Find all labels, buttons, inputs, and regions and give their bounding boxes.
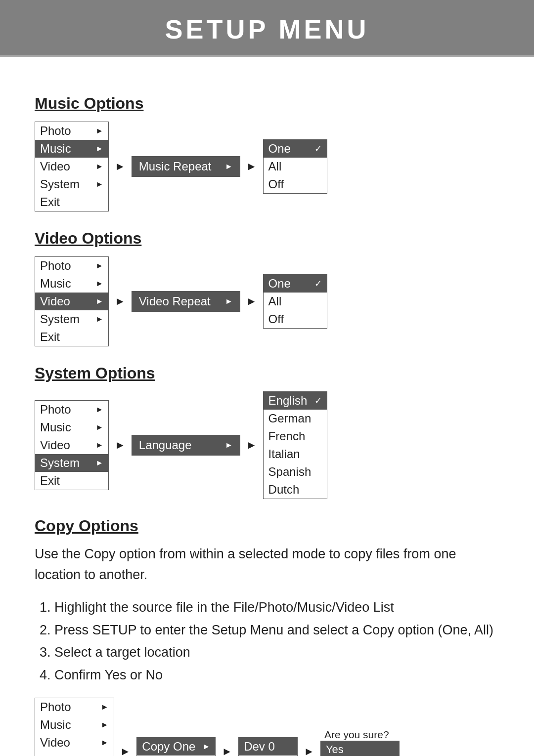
system-menu-photo[interactable]: Photo► (35, 401, 108, 419)
music-options-diagram: Photo► Music► Video► System► Exit ► Musi… (35, 122, 499, 211)
arrow-3: ► (115, 295, 126, 308)
video-menu-photo[interactable]: Photo► (35, 257, 108, 275)
video-submenu: Video Repeat ► (132, 291, 240, 312)
video-options-box: One✓ All Off (263, 274, 327, 329)
arrow-8: ► (222, 745, 232, 756)
system-menu-system[interactable]: System► (35, 454, 108, 472)
music-menu-exit[interactable]: Exit (35, 193, 108, 211)
dev0-item[interactable]: Dev 0 (239, 738, 297, 756)
video-options-diagram: Photo► Music► Video► System► Exit ► Vide… (35, 256, 499, 346)
video-options-heading: Video Options (35, 229, 499, 248)
music-repeat-item[interactable]: Music Repeat ► (132, 157, 240, 176)
video-repeat-item[interactable]: Video Repeat ► (132, 292, 240, 311)
video-menu-music[interactable]: Music► (35, 275, 108, 293)
arrow-7: ► (120, 745, 131, 756)
confirm-box: Yes NO (320, 741, 400, 756)
music-opt-all[interactable]: All (264, 158, 327, 175)
arrow-6: ► (246, 439, 257, 452)
copy-menu-video[interactable]: Video► (35, 734, 114, 752)
video-menu-exit[interactable]: Exit (35, 328, 108, 346)
video-opt-off[interactable]: Off (264, 310, 327, 328)
copy-menu-system[interactable]: System► (35, 752, 114, 756)
copy-main-menu: Photo► Music► Video► System► Copy File► … (35, 698, 114, 756)
page-title: SETUP MENU (0, 14, 534, 44)
lang-opt-spanish[interactable]: Spanish (264, 463, 327, 481)
music-menu-video[interactable]: Video► (35, 158, 108, 175)
arrow-2: ► (246, 160, 257, 173)
system-submenu: Language ► (132, 435, 240, 456)
copy-menu-photo[interactable]: Photo► (35, 698, 114, 716)
confirm-label: Are you sure? (320, 727, 400, 741)
arrow-4: ► (246, 295, 257, 308)
copy-steps-list: Highlight the source file in the File/Ph… (54, 596, 499, 687)
copy-options-diagram: Photo► Music► Video► System► Copy File► … (35, 698, 499, 756)
copy-step-2: Press SETUP to enter the Setup Menu and … (54, 619, 499, 642)
copy-step-4: Confirm Yes or No (54, 664, 499, 687)
lang-opt-dutch[interactable]: Dutch (264, 481, 327, 499)
music-opt-off[interactable]: Off (264, 175, 327, 193)
music-menu-system[interactable]: System► (35, 175, 108, 193)
copy-step-3: Select a target location (54, 641, 499, 664)
system-options-box: English✓ German French Italian Spanish D… (263, 391, 327, 499)
dev-menu: Dev 0 MS (238, 737, 298, 756)
lang-opt-english[interactable]: English✓ (264, 392, 327, 410)
copy-menu-music[interactable]: Music► (35, 716, 114, 734)
system-menu-music[interactable]: Music► (35, 419, 108, 436)
copy-description: Use the Copy option from within a select… (35, 544, 499, 586)
system-options-diagram: Photo► Music► Video► System► Exit ► Lang… (35, 391, 499, 499)
music-options-heading: Music Options (35, 94, 499, 113)
lang-opt-french[interactable]: French (264, 427, 327, 445)
lang-opt-german[interactable]: German (264, 410, 327, 427)
copy-options-heading: Copy Options (35, 517, 499, 535)
system-main-menu: Photo► Music► Video► System► Exit (35, 400, 109, 490)
lang-opt-italian[interactable]: Italian (264, 445, 327, 463)
copy-submenu: Copy One► Copy All (136, 737, 216, 756)
music-menu-music[interactable]: Music► (35, 140, 108, 158)
music-submenu: Music Repeat ► (132, 156, 240, 177)
copy-one-item[interactable]: Copy One► (137, 738, 215, 756)
video-menu-system[interactable]: System► (35, 310, 108, 328)
confirm-yes[interactable]: Yes (321, 741, 399, 756)
video-opt-one[interactable]: One✓ (264, 275, 327, 293)
language-item[interactable]: Language ► (132, 435, 240, 455)
confirm-area: Are you sure? Yes NO (320, 727, 400, 756)
system-menu-video[interactable]: Video► (35, 436, 108, 454)
music-main-menu: Photo► Music► Video► System► Exit (35, 122, 109, 211)
video-opt-all[interactable]: All (264, 293, 327, 310)
music-options-box: One✓ All Off (263, 139, 327, 194)
main-content: Music Options Photo► Music► Video► Syste… (0, 57, 534, 756)
music-menu-photo[interactable]: Photo► (35, 122, 108, 140)
system-options-heading: System Options (35, 364, 499, 382)
video-menu-video[interactable]: Video► (35, 293, 108, 310)
copy-step-1: Highlight the source file in the File/Ph… (54, 596, 499, 619)
page-header: SETUP MENU (0, 0, 534, 55)
arrow-1: ► (115, 160, 126, 173)
arrow-9: ► (304, 745, 314, 756)
arrow-5: ► (115, 439, 126, 452)
system-menu-exit[interactable]: Exit (35, 472, 108, 490)
music-opt-one[interactable]: One✓ (264, 140, 327, 158)
video-main-menu: Photo► Music► Video► System► Exit (35, 256, 109, 346)
